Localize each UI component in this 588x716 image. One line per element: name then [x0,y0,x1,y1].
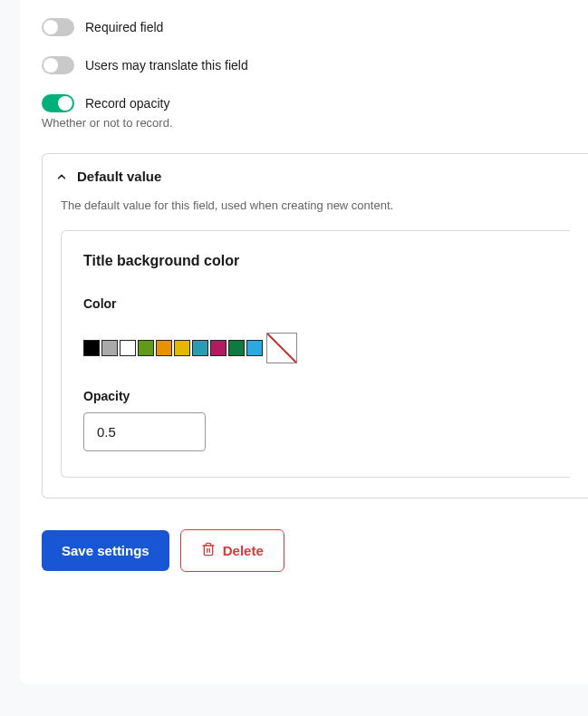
color-swatch[interactable] [210,340,227,356]
fieldset-title: Title background color [83,253,548,269]
color-swatch[interactable] [138,340,154,356]
opacity-label: Opacity [83,389,548,403]
actions-row: Save settings Delete [42,529,588,572]
delete-label: Delete [223,543,264,558]
required-field-label: Required field [85,20,163,34]
default-value-section: Default value The default value for this… [42,153,588,498]
translate-field-label: Users may translate this field [85,58,248,73]
title-bg-color-fieldset: Title background color Color [61,230,570,478]
default-value-description: The default value for this field, used w… [61,198,570,212]
opacity-input[interactable] [83,412,206,451]
chevron-up-icon [55,170,68,183]
required-field-row: Required field [42,18,588,36]
color-swatch-group [83,333,548,363]
color-swatch[interactable] [192,340,208,356]
required-field-toggle[interactable] [42,18,74,36]
record-opacity-helper: Whether or not to record. [42,116,588,130]
settings-panel: Required field Users may translate this … [20,0,588,684]
color-swatch[interactable] [120,340,136,356]
color-label: Color [83,296,548,311]
default-value-header[interactable]: Default value [43,154,588,198]
color-swatch[interactable] [246,340,263,356]
color-swatch[interactable] [101,340,118,356]
color-swatch[interactable] [174,340,190,356]
default-value-body: The default value for this field, used w… [43,198,588,498]
translate-field-toggle[interactable] [42,56,74,74]
default-value-title: Default value [77,169,161,184]
translate-field-row: Users may translate this field [42,56,588,74]
save-button[interactable]: Save settings [42,530,169,571]
color-swatch[interactable] [83,340,100,356]
color-swatch[interactable] [156,340,172,356]
record-opacity-row: Record opacity [42,94,588,112]
delete-button[interactable]: Delete [180,529,284,572]
trash-icon [201,542,216,559]
record-opacity-toggle[interactable] [42,94,74,112]
color-swatch-none[interactable] [266,333,297,363]
color-swatch[interactable] [228,340,245,356]
record-opacity-label: Record opacity [85,96,169,111]
